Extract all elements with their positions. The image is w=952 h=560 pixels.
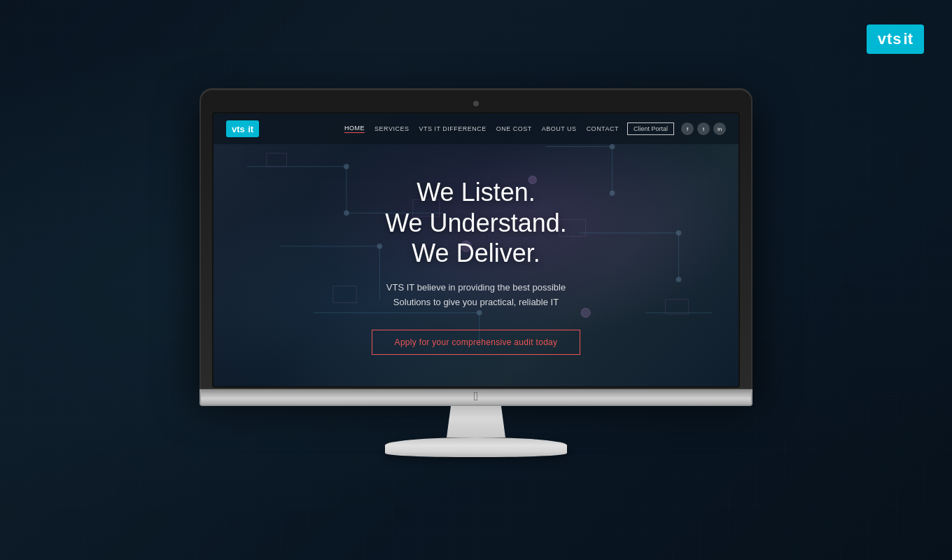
hero-subtitle: VTS IT believe in providing the best pos… (386, 281, 566, 310)
hero-line3: We Deliver. (412, 239, 540, 267)
top-right-logo: vts it (867, 24, 924, 54)
hero-line1: We Listen. (416, 178, 535, 206)
monitor-chin:  (200, 389, 752, 406)
nav-home[interactable]: HOME (344, 125, 365, 133)
logo-vts-text: vts (878, 30, 902, 48)
nav-contact[interactable]: CONTACT (587, 125, 619, 132)
social-links: f t in (681, 122, 726, 135)
hero-subtitle-line2: Solutions to give you practical, reliabl… (393, 297, 559, 307)
nav-services[interactable]: SERVICES (374, 125, 409, 132)
cta-button[interactable]: Apply for your comprehensive audit today (372, 330, 581, 355)
twitter-icon[interactable]: t (697, 122, 710, 135)
screen: vts it HOME SERVICES VTS IT DIFFERENCE O… (214, 113, 738, 386)
stand-neck (434, 406, 518, 438)
hero-subtitle-line1: VTS IT believe in providing the best pos… (386, 282, 566, 293)
logo-it-text: it (904, 30, 913, 48)
nav-about[interactable]: ABOUT US (542, 125, 577, 132)
linkedin-icon[interactable]: in (713, 122, 726, 135)
facebook-icon[interactable]: f (681, 122, 694, 135)
stand-base (385, 438, 567, 457)
nav-logo-it: it (248, 124, 253, 134)
apple-logo-icon:  (474, 389, 479, 404)
hero-line2: We Understand. (385, 209, 566, 237)
client-portal-button[interactable]: Client Portal (627, 122, 674, 135)
navigation: vts it HOME SERVICES VTS IT DIFFERENCE O… (214, 113, 738, 144)
screen-bezel: vts it HOME SERVICES VTS IT DIFFERENCE O… (212, 112, 740, 388)
hero-section: We Listen. We Understand. We Deliver. VT… (214, 144, 738, 386)
nav-difference[interactable]: VTS IT DIFFERENCE (419, 125, 486, 132)
monitor-body: vts it HOME SERVICES VTS IT DIFFERENCE O… (200, 88, 752, 389)
hero-title: We Listen. We Understand. We Deliver. (385, 177, 566, 268)
imac-mockup: vts it HOME SERVICES VTS IT DIFFERENCE O… (200, 88, 752, 457)
nav-onecost[interactable]: ONE COST (496, 125, 532, 132)
nav-logo: vts it (226, 120, 259, 137)
nav-links: HOME SERVICES VTS IT DIFFERENCE ONE COST… (344, 125, 619, 133)
nav-logo-vts: vts (232, 124, 245, 134)
webcam-dot (473, 101, 479, 106)
